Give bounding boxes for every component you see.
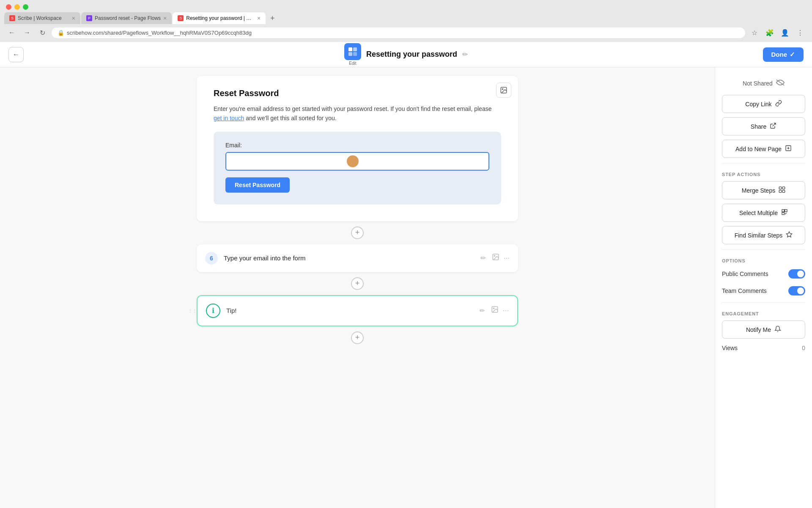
step-6-number: 6	[205, 252, 218, 265]
public-comments-row: Public Comments	[722, 268, 805, 280]
public-comments-toggle[interactable]	[788, 269, 805, 279]
minimize-traffic-light[interactable]	[14, 4, 20, 10]
svg-rect-3	[353, 52, 357, 56]
engagement-title: ENGAGEMENT	[722, 311, 805, 316]
sidebar-divider-1	[722, 163, 805, 163]
fullscreen-traffic-light[interactable]	[23, 4, 28, 10]
main-content: Reset Password Enter you're email addres…	[0, 67, 812, 508]
select-multiple-icon	[781, 209, 788, 217]
profile-icon[interactable]: 👤	[779, 27, 791, 39]
add-to-new-page-icon	[785, 145, 792, 153]
extensions-icon[interactable]: 🧩	[764, 27, 776, 39]
share-icon	[770, 122, 776, 130]
add-to-new-page-button[interactable]: Add to New Page	[722, 140, 805, 158]
views-row: Views 0	[722, 343, 805, 353]
add-step-button-3[interactable]: +	[351, 331, 364, 344]
views-label: Views	[722, 345, 738, 351]
header-edit-icon[interactable]: ✏	[462, 50, 468, 58]
merge-steps-icon	[779, 186, 785, 194]
done-label: Done	[771, 51, 787, 58]
reset-password-card: Reset Password Enter you're email addres…	[197, 76, 518, 221]
copy-link-button[interactable]: Copy Link	[722, 95, 805, 113]
tab-favicon-active: S	[178, 15, 184, 21]
tip-more-icon[interactable]: ···	[503, 306, 509, 315]
reset-password-button[interactable]: Reset Password	[225, 177, 290, 193]
find-similar-icon	[786, 231, 793, 239]
add-step-button-2[interactable]: +	[351, 277, 364, 290]
step-6-more-icon[interactable]: ···	[504, 254, 510, 262]
tab-favicon-scribe: S	[9, 15, 15, 21]
back-nav-button[interactable]: ←	[6, 27, 18, 39]
tab-close-active[interactable]: ×	[257, 15, 261, 21]
back-button[interactable]: ←	[8, 47, 24, 62]
menu-icon[interactable]: ⋮	[794, 27, 806, 39]
options-title: OPTIONS	[722, 258, 805, 263]
reset-form-area: Email: Reset Password	[214, 132, 501, 204]
share-button[interactable]: Share	[722, 117, 805, 135]
lock-icon: 🔒	[58, 30, 64, 36]
step-6-image-icon[interactable]	[492, 253, 499, 263]
step-6-actions: ···	[492, 253, 510, 263]
tab-close-scribe[interactable]: ×	[72, 15, 75, 21]
traffic-lights	[0, 0, 812, 10]
url-bar[interactable]: 🔒 scribehow.com/shared/Pageflows_Workflo…	[52, 28, 745, 38]
tab-title-pageflows: Password reset - Page Flows	[95, 15, 161, 21]
find-similar-steps-button[interactable]: Find Similar Steps	[722, 226, 805, 244]
svg-rect-2	[348, 52, 352, 56]
svg-rect-20	[785, 210, 787, 212]
select-multiple-button[interactable]: Select Multiple	[722, 204, 805, 222]
app-header: ← Edit Resetting your password ✏ Done	[0, 42, 812, 67]
tip-card-wrapper: ⋮⋮ ℹ Tip! ✏ ···	[197, 295, 518, 326]
cursor-indicator	[347, 155, 359, 167]
tab-active[interactable]: S Resetting your password | Scri... ×	[173, 12, 266, 24]
notify-me-button[interactable]: Notify Me	[722, 320, 805, 339]
merge-steps-label: Merge Steps	[742, 187, 775, 194]
svg-marker-22	[787, 232, 792, 237]
not-shared-label: Not Shared	[743, 80, 773, 87]
back-arrow-icon: ←	[13, 51, 19, 58]
card-screenshot-icon[interactable]	[496, 83, 511, 98]
header-title: Resetting your password	[366, 50, 457, 59]
svg-point-7	[494, 256, 495, 257]
bookmark-icon[interactable]: ☆	[749, 27, 760, 39]
address-bar: ← → ↻ 🔒 scribehow.com/shared/Pageflows_W…	[0, 24, 812, 42]
app-container: ← Edit Resetting your password ✏ Done	[0, 42, 812, 508]
email-form-label: Email:	[225, 142, 489, 149]
drag-handle[interactable]: ⋮⋮	[188, 308, 197, 313]
tip-info-icon: ℹ	[206, 304, 220, 318]
merge-steps-button[interactable]: Merge Steps	[722, 181, 805, 199]
tip-card: ℹ Tip! ✏ ···	[197, 295, 518, 326]
step-6-edit-icon[interactable]: ✏	[480, 254, 486, 262]
refresh-nav-button[interactable]: ↻	[36, 27, 48, 39]
find-similar-label: Find Similar Steps	[735, 232, 783, 239]
done-button[interactable]: Done ✓	[763, 47, 804, 62]
close-traffic-light[interactable]	[6, 4, 11, 10]
share-label: Share	[751, 123, 766, 130]
reset-password-content: Reset Password Enter you're email addres…	[197, 76, 518, 221]
reset-password-title: Reset Password	[214, 88, 501, 98]
forward-nav-button[interactable]: →	[21, 27, 33, 39]
add-step-button-1[interactable]: +	[351, 226, 364, 239]
get-in-touch-link[interactable]: get in touch	[214, 115, 244, 121]
step-6-text: Type your email into the form	[224, 254, 475, 262]
svg-rect-21	[782, 213, 784, 215]
tab-pageflows[interactable]: P Password reset - Page Flows ×	[81, 12, 172, 24]
svg-rect-19	[782, 210, 784, 212]
tip-image-icon[interactable]	[491, 306, 499, 315]
app-logo-icon	[344, 43, 361, 60]
step-6-card: 6 Type your email into the form ✏ ···	[197, 244, 518, 272]
svg-rect-16	[783, 187, 785, 189]
browser-chrome: S Scribe | Workspace × P Password reset …	[0, 0, 812, 42]
tab-scribe[interactable]: S Scribe | Workspace ×	[4, 12, 80, 24]
done-checkmark-icon: ✓	[790, 51, 795, 58]
svg-line-10	[776, 80, 784, 85]
select-multiple-label: Select Multiple	[739, 210, 778, 216]
tab-bar: S Scribe | Workspace × P Password reset …	[0, 10, 812, 24]
team-comments-toggle[interactable]	[788, 286, 805, 295]
new-tab-button[interactable]: +	[266, 12, 278, 24]
svg-point-5	[502, 88, 503, 89]
tip-edit-icon[interactable]: ✏	[480, 307, 485, 315]
tab-close-pageflows[interactable]: ×	[163, 15, 167, 21]
team-comments-row: Team Comments	[722, 284, 805, 297]
not-shared-status: Not Shared	[722, 76, 805, 91]
